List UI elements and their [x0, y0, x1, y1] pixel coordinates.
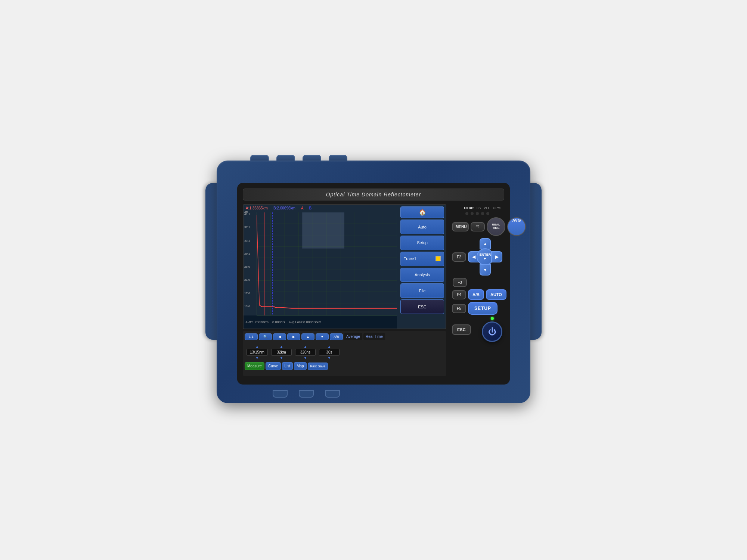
loss-value: 0.000dB [272, 320, 285, 324]
measure-tab[interactable]: Measure [245, 362, 264, 370]
cursor-a-value: A:1.36865km [246, 206, 268, 210]
ab-distance: A-B:1.23830km [245, 320, 269, 324]
inner-panel: Optical Time Domain Reflectometer dB A:1… [237, 183, 510, 385]
esc-hardware-button[interactable]: ESC [452, 324, 471, 335]
setup-screen-button[interactable]: Setup [400, 236, 444, 250]
time-up[interactable]: ▲ [319, 345, 340, 349]
right-buttons-panel: 🏠 Auto Setup Trace1 Analysis File ESC [399, 205, 446, 315]
dpad-right-button[interactable]: ▶ [491, 251, 502, 262]
f2-button[interactable]: F2 [452, 252, 466, 262]
setup-hardware-button[interactable]: SETUP [468, 302, 498, 315]
led-4 [481, 212, 484, 215]
map-tab[interactable]: Map [294, 362, 306, 370]
time-down[interactable]: ▼ [319, 356, 340, 360]
f5-button[interactable]: F5 [452, 304, 466, 313]
esc-screen-button[interactable]: ESC [400, 299, 444, 314]
otdr-device: Optical Time Domain Reflectometer dB A:1… [205, 146, 542, 414]
fast-save-tab[interactable]: Fast Save [308, 363, 328, 370]
trace1-button[interactable]: Trace1 [400, 252, 444, 266]
mode-tabs-row: OTDR LS VFL OPM [452, 206, 502, 210]
menu-button[interactable]: MENU [452, 222, 469, 231]
power-button[interactable]: ⏻ [482, 321, 502, 342]
bottom-connector-1 [273, 390, 288, 398]
nav-up-button[interactable]: ▲ [301, 333, 314, 340]
hw-row-f4: F4 A/B AUTO [452, 289, 502, 300]
bottom-connector-2 [299, 390, 314, 398]
power-section: ⏻ [482, 317, 502, 342]
device-title-bar: Optical Time Domain Reflectometer [243, 189, 504, 200]
hw-row-menu: MENU F1 REAL TIME AVG [452, 217, 502, 236]
hw-row-f3: F3 [452, 278, 502, 287]
zoom-11-button[interactable]: 1:1 [245, 333, 258, 340]
led-indicators [452, 212, 502, 215]
control-row-2: ▲ 13/15nm ▼ ▲ 32km ▼ ▲ 320ns [245, 342, 444, 361]
vfl-tab[interactable]: VFL [484, 206, 490, 210]
nav-left-button[interactable]: ◀ [273, 333, 286, 340]
hw-row-esc: ESC ⏻ [452, 317, 502, 342]
f1-button[interactable]: F1 [471, 222, 485, 231]
y-axis-labels: 41.1 37.1 33.1 29.1 25.0 21.0 17.0 13.0 … [244, 212, 250, 321]
nav-right-button[interactable]: ▶ [287, 333, 300, 340]
avg-button[interactable]: AVG [507, 217, 526, 236]
average-label: Average [344, 333, 362, 340]
pulse-down[interactable]: ▼ [295, 356, 316, 360]
hw-row-f2: F2 ▲ ◀ ENTER ↵ ▶ ▼ [452, 238, 502, 276]
avg-loss: Avg.Loss:0.000dB/km [289, 320, 321, 324]
pulse-up[interactable]: ▲ [295, 345, 316, 349]
dpad: ▲ ◀ ENTER ↵ ▶ ▼ [468, 238, 502, 276]
ab-hardware-button[interactable]: A/B [468, 289, 484, 300]
time-param[interactable]: 30s [319, 349, 340, 356]
main-layout: dB A:1.36865km B:2.60696km A B 41.1 37.1 [243, 204, 504, 376]
wavelength-param[interactable]: 13/15nm [247, 349, 268, 356]
range-up[interactable]: ▲ [271, 345, 292, 349]
opm-tab[interactable]: OPM [493, 206, 500, 210]
range-down[interactable]: ▼ [271, 356, 292, 360]
f3-button[interactable]: F3 [453, 278, 467, 287]
analysis-button[interactable]: Analysis [400, 268, 444, 282]
real-time-button[interactable]: REAL TIME [487, 217, 505, 236]
range-param[interactable]: 32km [271, 349, 292, 356]
status-bar: A-B:1.23830km 0.000dB Avg.Loss:0.000dB/k… [244, 315, 397, 329]
control-row-1: 1:1 🔍 ◀ ▶ ▲ ▼ A/B Average Real-Time [245, 333, 444, 340]
led-3 [476, 212, 479, 215]
ls-tab[interactable]: LS [477, 206, 481, 210]
cursor-b-value: B:2.60696km [273, 206, 295, 210]
led-1 [465, 212, 468, 215]
hw-row-f5: F5 SETUP [452, 302, 502, 315]
nav-down-button[interactable]: ▼ [316, 333, 329, 340]
wavelength-up[interactable]: ▲ [247, 345, 268, 349]
file-button[interactable]: File [400, 283, 444, 298]
screen-section: dB A:1.36865km B:2.60696km A B 41.1 37.1 [243, 204, 446, 376]
device-body: Optical Time Domain Reflectometer dB A:1… [217, 161, 530, 403]
svg-rect-20 [302, 212, 344, 249]
right-hardware-panel: OTDR LS VFL OPM MEN [450, 204, 504, 376]
bottom-controls: 1:1 🔍 ◀ ▶ ▲ ▼ A/B Average Real-Time [243, 331, 446, 376]
auto-hardware-button[interactable]: AUTO [486, 289, 506, 300]
dpad-down-button[interactable]: ▼ [480, 264, 491, 276]
control-row-3: Measure Curve List Map Fast Save [245, 362, 444, 370]
bottom-connectors [273, 390, 340, 398]
zoom-icon-button[interactable]: 🔍 [259, 333, 272, 340]
auto-button[interactable]: Auto [400, 220, 444, 234]
realtime-label: Real-Time [363, 333, 385, 340]
power-icon: ⏻ [488, 327, 496, 337]
cursor-b-marker: B [309, 206, 312, 210]
graph-svg [257, 212, 397, 315]
cursor-a-marker: A [301, 206, 304, 210]
trace-color-indicator [436, 256, 441, 261]
wavelength-down[interactable]: ▼ [247, 356, 268, 360]
list-tab[interactable]: List [282, 362, 293, 370]
led-2 [471, 212, 474, 215]
ab-nav-button[interactable]: A/B [330, 333, 343, 340]
led-5 [486, 212, 489, 215]
pulse-param[interactable]: 320ns [295, 349, 316, 356]
device-title: Optical Time Domain Reflectometer [326, 192, 421, 197]
home-button[interactable]: 🏠 [400, 206, 444, 218]
bottom-connector-3 [325, 390, 340, 398]
f4-button[interactable]: F4 [452, 290, 466, 299]
otdr-tab[interactable]: OTDR [464, 206, 474, 210]
curve-tab[interactable]: Curve [266, 362, 281, 370]
dpad-up-button[interactable]: ▲ [480, 238, 491, 249]
power-led [491, 317, 494, 320]
lcd-display: dB A:1.36865km B:2.60696km A B 41.1 37.1 [243, 204, 446, 329]
